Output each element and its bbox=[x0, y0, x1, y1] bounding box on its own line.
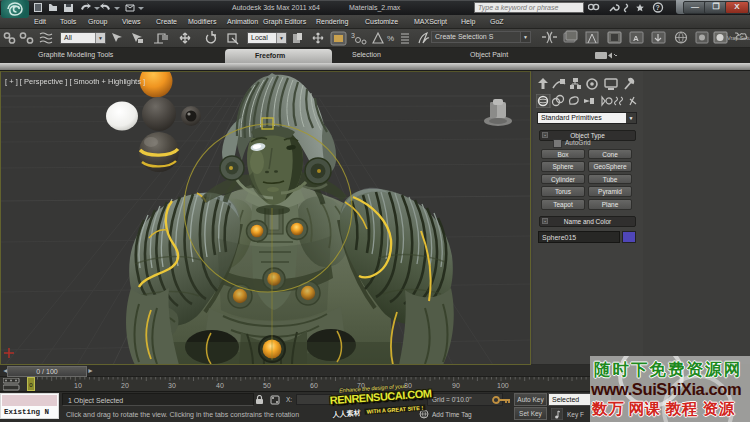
svg-text:?: ? bbox=[656, 4, 660, 11]
svg-text:[ + ] [ Perspective ] [ Smooth: [ + ] [ Perspective ] [ Smooth + Highlig… bbox=[5, 77, 145, 86]
svg-text:%: % bbox=[387, 34, 394, 43]
svg-text:3: 3 bbox=[351, 32, 355, 39]
svg-text:A: A bbox=[633, 34, 639, 43]
